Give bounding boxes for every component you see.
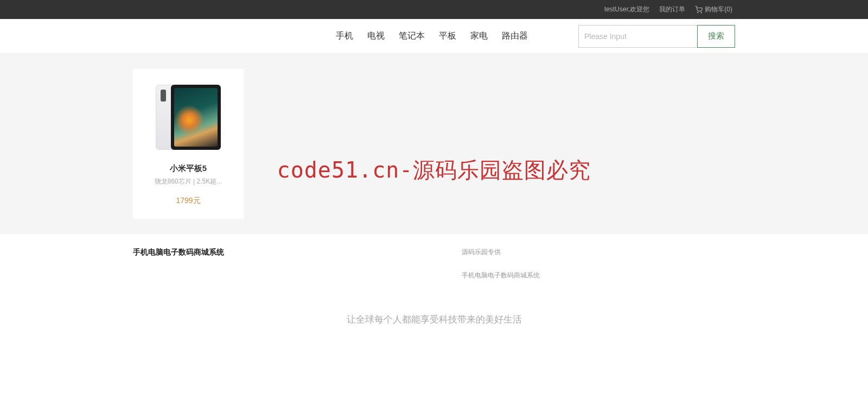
svg-point-1 bbox=[701, 12, 701, 12]
product-card[interactable]: 小米平板5 骁龙860芯片 | 2.5K超... 1799元 bbox=[133, 69, 244, 219]
search-button[interactable]: 搜索 bbox=[697, 25, 735, 48]
footer-right-line2: 手机电脑电子数码商城系统 bbox=[462, 271, 540, 280]
nav-cat-tablet[interactable]: 平板 bbox=[439, 30, 456, 42]
product-desc: 骁龙860芯片 | 2.5K超... bbox=[139, 177, 237, 186]
footer-slogan: 让全球每个人都能享受科技带来的美好生活 bbox=[133, 302, 735, 337]
nav-cat-appliance[interactable]: 家电 bbox=[470, 30, 488, 42]
product-grid: 小米平板5 骁龙860芯片 | 2.5K超... 1799元 bbox=[0, 54, 868, 234]
cart-link[interactable]: 购物车(0) bbox=[695, 5, 732, 14]
footer-left-title: 手机电脑电子数码商城系统 bbox=[133, 248, 224, 294]
nav-categories: 手机 电视 笔记本 平板 家电 路由器 bbox=[329, 30, 535, 42]
nav-cat-tv[interactable]: 电视 bbox=[367, 30, 385, 42]
footer: 手机电脑电子数码商城系统 源码乐园专供 手机电脑电子数码商城系统 让全球每个人都… bbox=[0, 234, 868, 337]
product-image bbox=[156, 82, 221, 153]
my-orders-link[interactable]: 我的订单 bbox=[659, 5, 685, 14]
footer-right-line1: 源码乐园专供 bbox=[462, 248, 540, 257]
nav-cat-laptop[interactable]: 笔记本 bbox=[399, 30, 425, 42]
top-bar: testUser,欢迎您 我的订单 购物车(0) bbox=[0, 0, 868, 19]
search-input[interactable] bbox=[578, 25, 698, 48]
nav-bar: 手机 电视 笔记本 平板 家电 路由器 搜索 bbox=[0, 19, 868, 54]
welcome-text: testUser,欢迎您 bbox=[604, 5, 649, 14]
search-wrap: 搜索 bbox=[578, 25, 735, 48]
nav-cat-router[interactable]: 路由器 bbox=[502, 30, 528, 42]
nav-cat-phone[interactable]: 手机 bbox=[336, 30, 353, 42]
svg-point-0 bbox=[698, 12, 698, 12]
product-title: 小米平板5 bbox=[139, 163, 237, 174]
cart-icon bbox=[695, 6, 703, 14]
product-price: 1799元 bbox=[139, 196, 237, 206]
cart-label: 购物车(0) bbox=[705, 5, 732, 14]
